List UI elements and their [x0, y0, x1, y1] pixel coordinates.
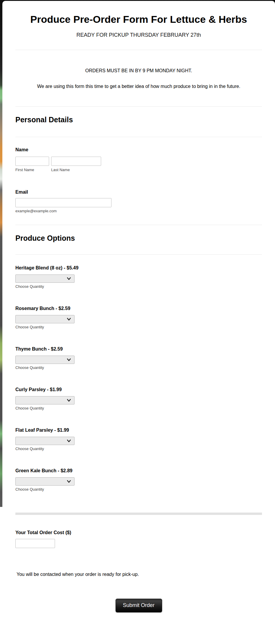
submit-row: Submit Order — [15, 599, 262, 612]
form-title: Produce Pre-Order Form For Lettuce & Her… — [23, 13, 254, 25]
form-subtitle: READY FOR PICKUP THURSDAY FEBRUARY 27th — [15, 32, 262, 38]
divider — [15, 254, 262, 255]
quantity-select-curly-parsley[interactable] — [15, 396, 75, 404]
choose-quantity-sublabel: Choose Quantity — [15, 406, 262, 411]
quantity-select-wrap — [15, 437, 75, 445]
product-rosemary-bunch: Rosemary Bunch - $2.59 Choose Quantity — [15, 306, 262, 330]
name-field-label: Name — [15, 147, 262, 152]
choose-quantity-sublabel: Choose Quantity — [15, 365, 262, 370]
email-sublabel: example@example.com — [15, 209, 262, 213]
divider — [15, 106, 262, 107]
submit-order-button[interactable]: Submit Order — [116, 599, 162, 612]
product-label: Green Kale Bunch - $2.89 — [15, 468, 262, 473]
quantity-select-thyme-bunch[interactable] — [15, 356, 75, 364]
quantity-select-wrap — [15, 274, 75, 283]
quantity-select-green-kale-bunch[interactable] — [15, 477, 75, 486]
name-sublabels-row: First Name Last Name — [15, 168, 262, 172]
section-heading-personal-details: Personal Details — [15, 115, 262, 124]
pickup-note: You will be contacted when your order is… — [15, 572, 262, 577]
product-flat-leaf-parsley: Flat Leaf Parsley - $1.99 Choose Quantit… — [15, 428, 262, 451]
last-name-sublabel: Last Name — [51, 168, 101, 172]
divider — [15, 137, 262, 137]
product-label: Flat Leaf Parsley - $1.99 — [15, 428, 262, 433]
quantity-select-wrap — [15, 356, 75, 364]
email-input[interactable] — [15, 198, 111, 207]
last-name-input[interactable] — [51, 157, 101, 166]
product-label: Curly Parsley - $1.99 — [15, 387, 262, 392]
product-thyme-bunch: Thyme Bunch - $2.59 Choose Quantity — [15, 346, 262, 370]
quantity-select-wrap — [15, 477, 75, 486]
product-label: Thyme Bunch - $2.59 — [15, 346, 262, 352]
product-label: Rosemary Bunch - $2.59 — [15, 306, 262, 311]
name-inputs-row — [15, 157, 262, 166]
intro-purpose-text: We are using this form this time to get … — [15, 84, 262, 89]
choose-quantity-sublabel: Choose Quantity — [15, 325, 262, 330]
product-curly-parsley: Curly Parsley - $1.99 Choose Quantity — [15, 387, 262, 411]
total-cost-label: Your Total Order Cost ($) — [15, 530, 262, 535]
product-green-kale-bunch: Green Kale Bunch - $2.89 Choose Quantity — [15, 468, 262, 492]
quantity-select-rosemary-bunch[interactable] — [15, 315, 75, 323]
choose-quantity-sublabel: Choose Quantity — [15, 487, 262, 492]
product-heritage-blend: Heritage Blend (8 oz) - $5.49 Choose Qua… — [15, 265, 262, 289]
first-name-sublabel: First Name — [15, 168, 49, 172]
quantity-select-heritage-blend[interactable] — [15, 274, 75, 283]
quantity-select-wrap — [15, 396, 75, 404]
choose-quantity-sublabel: Choose Quantity — [15, 447, 262, 451]
total-cost-input[interactable] — [15, 539, 55, 548]
quantity-select-flat-leaf-parsley[interactable] — [15, 437, 75, 445]
first-name-input[interactable] — [15, 157, 49, 166]
form-card: Produce Pre-Order Form For Lettuce & Her… — [2, 1, 275, 644]
intro-deadline-text: ORDERS MUST BE IN BY 9 PM MONDAY NIGHT. — [15, 68, 262, 73]
product-label: Heritage Blend (8 oz) - $5.49 — [15, 265, 262, 271]
section-thick-divider — [15, 513, 262, 515]
section-heading-produce-options: Produce Options — [15, 234, 262, 242]
divider — [15, 225, 262, 225]
quantity-select-wrap — [15, 315, 75, 323]
email-field-label: Email — [15, 189, 262, 195]
divider — [15, 50, 262, 50]
choose-quantity-sublabel: Choose Quantity — [15, 284, 262, 289]
